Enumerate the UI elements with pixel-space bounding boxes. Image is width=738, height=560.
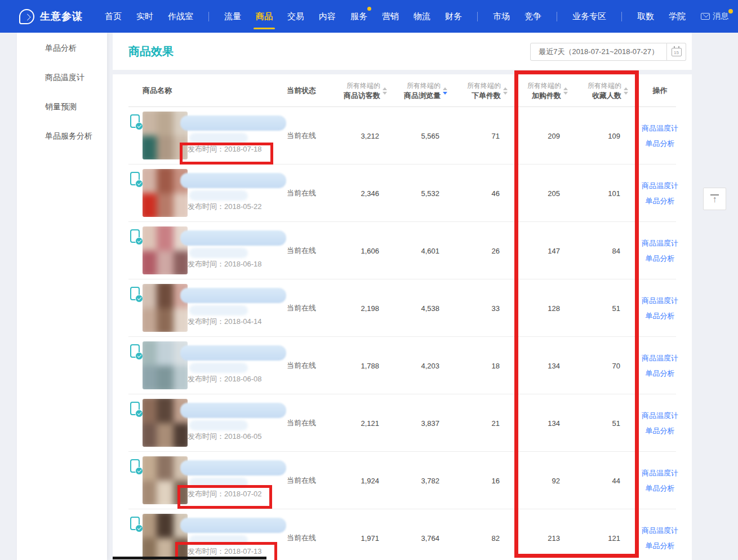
link-single-product-analysis[interactable]: 单品分析: [646, 541, 675, 551]
title-bar: 商品效果 最近7天（2018-07-21~2018-07-27） 15: [113, 33, 692, 70]
table-row: 发布时间：2018-07-18 当前在线 3,212 5,565 71 209 …: [113, 107, 692, 165]
header-visitors-sortable[interactable]: 所有终端的商品访客数: [332, 74, 387, 107]
header-actions: 操作: [628, 74, 692, 107]
sidebar-item-single-product-analysis[interactable]: 单品分析: [17, 35, 107, 62]
sort-arrows-icon[interactable]: [443, 87, 447, 95]
page-title: 商品效果: [128, 44, 174, 59]
product-name-blurred-line2: [189, 363, 248, 373]
nav-item-business-zone[interactable]: 业务专区: [572, 0, 606, 33]
nav-divider: [621, 12, 622, 21]
nav-item-content[interactable]: 内容: [319, 0, 336, 33]
orders-value: 82: [447, 509, 508, 560]
notification-dot: [728, 9, 733, 14]
publish-time: 发布时间：2018-07-02: [188, 489, 262, 499]
nav-item-marketing[interactable]: 营销: [382, 0, 399, 33]
link-single-product-analysis[interactable]: 单品分析: [646, 311, 675, 321]
link-single-product-analysis[interactable]: 单品分析: [646, 139, 675, 149]
product-cell: 发布时间：2018-06-08: [113, 337, 270, 394]
sidebar: 单品分析商品温度计销量预测单品服务分析: [17, 33, 107, 560]
back-to-top-button[interactable]: ↑: [703, 188, 726, 210]
sort-arrows-icon[interactable]: [383, 87, 387, 95]
link-product-thermometer[interactable]: 商品温度计: [642, 296, 678, 306]
calendar-button[interactable]: 15: [667, 43, 686, 61]
nav-item-competition[interactable]: 竞争: [524, 0, 541, 33]
phone-online-icon: [130, 114, 140, 128]
nav-item-trade[interactable]: 交易: [287, 0, 304, 33]
sidebar-item-product-thermometer[interactable]: 商品温度计: [17, 64, 107, 91]
product-effect-table: 商品名称当前状态所有终端的商品访客数所有终端的商品浏览量所有终端的下单件数所有终…: [113, 74, 692, 560]
link-single-product-analysis[interactable]: 单品分析: [646, 483, 675, 494]
link-product-thermometer[interactable]: 商品温度计: [642, 123, 678, 134]
product-name-blurred[interactable]: [180, 518, 286, 533]
nav-item-traffic[interactable]: 流量: [224, 0, 241, 33]
views-value: 5,565: [387, 107, 447, 165]
link-single-product-analysis[interactable]: 单品分析: [646, 426, 675, 436]
phone-online-icon: [130, 517, 140, 530]
nav-message[interactable]: 消息: [701, 11, 728, 21]
check-icon: [135, 180, 143, 188]
nav-item-realtime[interactable]: 实时: [136, 0, 153, 33]
product-name-blurred[interactable]: [180, 288, 286, 303]
product-name-blurred[interactable]: [180, 230, 286, 246]
header-views-sortable[interactable]: 所有终端的商品浏览量: [387, 74, 447, 107]
nav-item-market[interactable]: 市场: [493, 0, 510, 33]
nav-item-service[interactable]: 服务: [350, 0, 367, 33]
favorites-value: 84: [568, 222, 628, 279]
header-orders-sortable[interactable]: 所有终端的下单件数: [447, 74, 508, 107]
product-name-blurred-line2: [189, 305, 248, 315]
nav-item-product[interactable]: 商品: [256, 0, 273, 33]
actions-cell: 商品温度计 单品分析: [628, 394, 692, 452]
nav-item-logistics[interactable]: 物流: [414, 0, 430, 33]
visitors-value: 2,121: [332, 394, 387, 452]
table-row: 发布时间：2018-07-02 当前在线 1,924 3,782 16 92 4…: [113, 452, 692, 509]
header-product-name: 商品名称: [113, 74, 270, 107]
link-product-thermometer[interactable]: 商品温度计: [642, 238, 678, 248]
link-product-thermometer[interactable]: 商品温度计: [642, 411, 678, 421]
check-icon: [135, 525, 143, 532]
phone-online-icon: [130, 402, 140, 415]
product-name-blurred[interactable]: [180, 403, 286, 418]
orders-value: 26: [447, 222, 508, 279]
sort-arrows-icon[interactable]: [624, 87, 628, 95]
actions-cell: 商品温度计 单品分析: [628, 509, 692, 560]
link-single-product-analysis[interactable]: 单品分析: [646, 196, 675, 206]
link-single-product-analysis[interactable]: 单品分析: [646, 368, 675, 379]
check-icon: [135, 410, 143, 417]
nav-item-academy[interactable]: 学院: [669, 0, 686, 33]
carts-value: 134: [508, 394, 568, 452]
table-row: 发布时间：2018-05-22 当前在线 2,346 5,532 46 205 …: [113, 165, 692, 222]
nav-item-home[interactable]: 首页: [105, 0, 122, 33]
carts-value: 209: [508, 107, 568, 165]
sidebar-item-single-product-service-analysis[interactable]: 单品服务分析: [17, 123, 107, 150]
views-value: 3,782: [387, 452, 447, 509]
header-favorites-sortable[interactable]: 所有终端的收藏人数: [568, 74, 628, 107]
brand[interactable]: 生意参谋: [19, 9, 83, 24]
header-carts-sortable[interactable]: 所有终端的加购件数: [508, 74, 568, 107]
sort-arrows-icon[interactable]: [503, 87, 508, 95]
nav-item-war-room[interactable]: 作战室: [168, 0, 193, 33]
link-product-thermometer[interactable]: 商品温度计: [642, 468, 678, 478]
product-cell: 发布时间：2018-06-05: [113, 394, 270, 452]
nav-divider: [477, 12, 478, 21]
table-body: 发布时间：2018-07-18 当前在线 3,212 5,565 71 209 …: [113, 107, 692, 560]
phone-online-icon: [130, 229, 140, 243]
link-product-thermometer[interactable]: 商品温度计: [642, 181, 678, 191]
link-product-thermometer[interactable]: 商品温度计: [642, 353, 678, 363]
product-name-blurred[interactable]: [180, 345, 286, 361]
nav-item-data-fetch[interactable]: 取数: [637, 0, 654, 33]
product-name-blurred[interactable]: [180, 460, 286, 475]
link-product-thermometer[interactable]: 商品温度计: [642, 526, 678, 536]
nav-item-finance[interactable]: 财务: [445, 0, 462, 33]
date-range-button[interactable]: 最近7天（2018-07-21~2018-07-27）: [530, 43, 667, 61]
publish-time: 发布时间：2018-07-18: [188, 144, 262, 154]
product-name-blurred[interactable]: [180, 173, 286, 188]
publish-time: 发布时间：2018-07-13: [188, 546, 262, 557]
calendar-day: 15: [674, 50, 679, 56]
sort-arrows-icon[interactable]: [563, 87, 568, 95]
phone-online-icon: [130, 459, 140, 473]
link-single-product-analysis[interactable]: 单品分析: [646, 254, 675, 264]
product-name-blurred[interactable]: [180, 115, 286, 131]
views-value: 4,601: [387, 222, 447, 279]
orders-value: 21: [447, 394, 508, 452]
sidebar-item-sales-forecast[interactable]: 销量预测: [17, 94, 107, 121]
